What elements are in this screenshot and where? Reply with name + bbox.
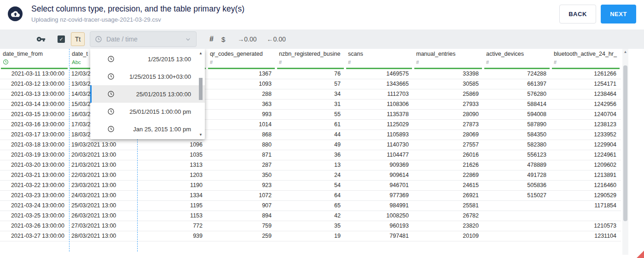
table-row: 2021-03-19 13:00:0020/03/2021 13:0010358…: [0, 150, 621, 160]
column-header-scans[interactable]: scans#: [345, 49, 413, 69]
table-row: 2021-03-20 13:00:0021/03/2021 13:0013132…: [0, 160, 621, 170]
table-cell: 1233952: [551, 130, 621, 140]
currency-type-button[interactable]: $: [221, 35, 225, 43]
dropdown-scrollbar[interactable]: ▲ ▼: [198, 51, 203, 137]
vertical-scrollbar[interactable]: ▲: [622, 49, 628, 255]
table-cell: 35: [276, 221, 345, 231]
date-format-option[interactable]: 1/25/2015 13:00: [90, 50, 205, 68]
table-cell: 57: [276, 79, 345, 89]
table-cell: 1254171: [551, 79, 621, 89]
table-cell: 13: [276, 160, 345, 170]
table-cell: 26016: [413, 150, 483, 160]
table-cell: 1035: [137, 150, 207, 160]
clock-icon: [95, 35, 102, 43]
table-cell: 2021-03-17 13:00:00: [0, 130, 69, 140]
table-cell: 772: [137, 221, 207, 231]
column-name: active_devices: [486, 50, 551, 58]
date-format-option-label: 25/01/2015 13:00:00: [115, 91, 191, 98]
table-cell: 661397: [483, 79, 551, 89]
column-header-active_devices[interactable]: active_devices#: [483, 49, 551, 69]
scroll-up-icon[interactable]: ▲: [198, 51, 203, 55]
table-cell: 1135378: [345, 110, 413, 119]
column-name: nzbn_registered_busine: [279, 50, 345, 58]
column-header-qr_codes_generated[interactable]: qr_codes_generated#: [207, 49, 276, 69]
primary-key-icon[interactable]: [36, 35, 46, 44]
table-cell: 55: [276, 110, 345, 119]
table-cell: 2021-03-20 13:00:00: [0, 160, 69, 170]
table-cell: 2021-03-24 13:00:00: [0, 201, 69, 211]
date-format-option[interactable]: 1/25/2015 13:00+03:00: [90, 68, 205, 85]
table-cell: 24615: [413, 181, 483, 190]
table-row: 2021-03-24 13:00:0025/03/2021 13:0011959…: [0, 201, 621, 211]
back-button[interactable]: BACK: [559, 5, 596, 23]
table-cell: 27/03/2021 13:00: [69, 221, 137, 231]
page-title: Select columns type, precision, and the …: [31, 4, 244, 14]
next-button[interactable]: NEXT: [601, 5, 636, 23]
column-type-toolbar: ✓ Tt Date / time # $ →0.00 ←0.00: [0, 29, 644, 49]
table-cell: 1125029: [345, 120, 413, 129]
table-cell: [483, 231, 551, 241]
table-cell: 1209602: [551, 160, 621, 170]
table-cell: [483, 221, 551, 231]
decimal-decrease-button[interactable]: ←0.00: [267, 35, 286, 43]
table-cell: 23820: [413, 221, 483, 231]
table-cell: 20109: [413, 231, 483, 241]
table-cell: 1014: [207, 120, 276, 129]
table-cell: 1112703: [345, 89, 413, 99]
table-cell: 288: [207, 89, 276, 99]
table-row: 2021-03-21 13:00:0022/03/2021 13:0012033…: [0, 170, 621, 181]
number-type-icon: #: [210, 59, 276, 66]
table-cell: 871: [207, 150, 276, 160]
vertical-scroll-thumb[interactable]: [623, 65, 627, 221]
number-type-button[interactable]: #: [209, 35, 214, 43]
scrollbar-up-icon[interactable]: ▲: [622, 50, 628, 54]
date-format-option[interactable]: Jan 25, 2015 1:00 pm: [90, 120, 205, 138]
column-header-nzbn_registered_busine[interactable]: nzbn_registered_busine#: [276, 49, 345, 69]
table-cell: 1108306: [345, 100, 413, 109]
table-cell: 1343665: [345, 79, 413, 89]
date-format-option[interactable]: 25/01/2015 1:00:00 pm: [90, 103, 205, 120]
datetime-type-icon: [3, 59, 69, 66]
number-type-icon: #: [486, 59, 551, 66]
table-cell: 31: [276, 100, 345, 109]
table-cell: 21626: [413, 160, 483, 170]
table-cell: 1231104: [551, 231, 621, 241]
table-cell: 880: [207, 140, 276, 150]
clock-icon: [107, 55, 115, 63]
text-type-button[interactable]: Tt: [71, 32, 85, 46]
table-cell: 1190: [137, 181, 207, 190]
table-cell: 2021-03-18 13:00:00: [0, 140, 69, 150]
date-format-option[interactable]: 25/01/2015 13:00:00: [90, 85, 205, 103]
column-name: qr_codes_generated: [210, 50, 276, 58]
table-cell: 984991: [345, 201, 413, 211]
table-cell: 2021-03-19 13:00:00: [0, 150, 69, 160]
dropdown-scroll-thumb[interactable]: [199, 78, 203, 100]
number-type-icon: #: [279, 59, 345, 66]
column-header-bluetooth_active_24_hr_[interactable]: bluetooth_active_24_hr_#: [551, 49, 621, 69]
overflow-indicator-icon: [637, 251, 644, 258]
clock-icon: [107, 73, 115, 80]
table-cell: 1008250: [345, 211, 413, 221]
table-cell: 907: [207, 201, 276, 211]
date-format-option-list: 1/25/2015 13:001/25/2015 13:00+03:0025/0…: [90, 50, 205, 138]
date-format-option-label: 1/25/2015 13:00: [115, 56, 191, 63]
scroll-down-icon[interactable]: ▼: [198, 133, 203, 137]
table-cell: 22/03/2021 13:00: [69, 170, 137, 180]
selected-column-left-guide: [69, 49, 70, 252]
column-type-select[interactable]: Date / time: [90, 31, 197, 47]
column-name: date_time_from: [3, 50, 69, 58]
chevron-down-icon: [185, 36, 191, 43]
table-cell: 19: [276, 231, 345, 241]
include-column-checkbox[interactable]: ✓: [58, 35, 65, 43]
table-cell: 2021-03-12 13:00:00: [0, 79, 69, 89]
column-type-select-value: Date / time: [106, 35, 185, 43]
table-cell: 587890: [483, 120, 551, 129]
clock-icon: [107, 125, 115, 133]
column-header-manual_entries[interactable]: manual_entries#: [413, 49, 483, 69]
table-cell: 1104477: [345, 150, 413, 160]
date-format-dropdown: 1/25/2015 13:001/25/2015 13:00+03:0025/0…: [90, 49, 205, 139]
column-header-date_time_from[interactable]: date_time_from: [0, 49, 69, 69]
table-cell: 28090: [413, 110, 483, 119]
decimal-increase-button[interactable]: →0.00: [238, 35, 256, 43]
table-cell: 1093: [207, 79, 276, 89]
